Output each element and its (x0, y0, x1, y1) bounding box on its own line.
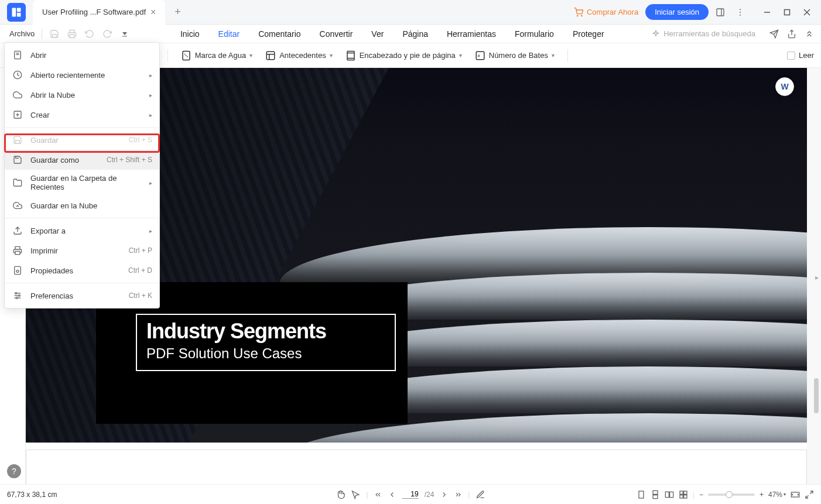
expand-icon[interactable] (805, 29, 814, 39)
menu-create[interactable]: Crear ▸ (5, 105, 159, 125)
header-footer-button[interactable]: Encabezado y pie de página▾ (345, 50, 462, 61)
view-two-icon[interactable] (665, 490, 674, 499)
fit-width-icon[interactable] (791, 490, 800, 499)
svg-rect-49 (665, 492, 669, 497)
tab-comentario[interactable]: Comentario (257, 27, 302, 41)
page-number-input[interactable] (402, 490, 419, 499)
svg-point-7 (740, 9, 741, 10)
svg-rect-23 (266, 52, 275, 60)
panel-icon[interactable] (712, 4, 728, 20)
quick-dropdown-icon[interactable] (117, 26, 132, 42)
page-total: /24 (425, 491, 435, 499)
minimize-button[interactable] (758, 4, 776, 20)
scroll-thumb[interactable] (814, 378, 819, 413)
share-icon[interactable] (787, 29, 796, 39)
document-tab[interactable]: User Profiling ...F Software.pdf × (33, 0, 165, 25)
tab-herramientas[interactable]: Herramientas (446, 27, 497, 41)
menu-open-cloud[interactable]: Abrir la Nube ▸ (5, 85, 159, 105)
background-button[interactable]: Antecedentes▾ (265, 50, 333, 61)
help-button[interactable]: ? (7, 464, 21, 478)
svg-line-22 (184, 54, 188, 57)
zoom-slider-thumb[interactable] (726, 491, 733, 498)
buy-now-link[interactable]: Comprar Ahora (570, 5, 642, 19)
save-icon (12, 134, 23, 146)
close-tab-icon[interactable]: × (150, 7, 156, 18)
tab-formulario[interactable]: Formulario (514, 27, 555, 41)
annotate-icon[interactable] (476, 490, 485, 499)
send-icon[interactable] (769, 29, 779, 39)
arrow-right-icon: ▸ (149, 92, 152, 98)
view-continuous-icon[interactable] (651, 490, 660, 499)
next-page-icon[interactable] (440, 491, 448, 499)
menu-save-recent-folder[interactable]: Guardar en la Carpeta de Recientes ▸ (5, 170, 159, 196)
file-menu[interactable]: Archivo (7, 28, 37, 39)
new-tab-button[interactable]: + (170, 4, 186, 20)
tab-ver[interactable]: Ver (370, 27, 385, 41)
zoom-out-icon[interactable]: − (699, 491, 703, 499)
tab-convertir[interactable]: Convertir (319, 27, 354, 41)
separator (567, 49, 568, 62)
right-nav-chevron[interactable]: ▸ (815, 273, 819, 282)
login-button[interactable]: Iniciar sesión (645, 4, 709, 20)
tab-pagina[interactable]: Página (401, 27, 429, 41)
export-word-button[interactable]: W (775, 77, 794, 96)
vertical-scrollbar[interactable] (807, 68, 821, 484)
menu-separator (5, 127, 159, 128)
svg-rect-47 (653, 491, 658, 494)
print-icon[interactable] (64, 26, 80, 42)
menu-preferences[interactable]: Preferencias Ctrl + K (5, 286, 159, 306)
first-page-icon[interactable] (374, 491, 382, 499)
folder-icon (12, 177, 23, 188)
create-icon (12, 109, 23, 121)
arrow-right-icon: ▸ (149, 72, 152, 78)
menu-properties[interactable]: Propiedades Ctrl + D (5, 260, 159, 280)
zoom-slider[interactable] (708, 493, 755, 496)
read-mode-toggle[interactable]: Leer (787, 51, 814, 60)
zoom-percentage[interactable]: 47% ▾ (768, 491, 786, 499)
word-icon: W (781, 82, 788, 91)
close-window-button[interactable] (798, 4, 816, 20)
menu-print[interactable]: Imprimir Ctrl + P (5, 241, 159, 260)
prev-page-icon[interactable] (388, 491, 396, 499)
svg-rect-51 (680, 491, 683, 494)
svg-line-57 (806, 495, 809, 498)
undo-icon[interactable] (82, 26, 97, 42)
watermark-icon (181, 50, 191, 61)
export-icon (12, 225, 23, 236)
app-logo (7, 3, 26, 22)
hand-tool-icon[interactable] (336, 490, 345, 499)
menu-export[interactable]: Exportar a ▸ (5, 221, 159, 241)
bates-button[interactable]: # Número de Bates▾ (475, 50, 555, 61)
select-tool-icon[interactable] (351, 490, 361, 499)
recent-icon (12, 69, 23, 81)
last-page-icon[interactable] (454, 491, 462, 499)
view-grid-icon[interactable] (679, 490, 688, 499)
redo-icon[interactable] (100, 26, 115, 42)
svg-rect-14 (70, 35, 74, 37)
chevron-down-icon: ▾ (552, 52, 555, 59)
zoom-in-icon[interactable]: + (760, 491, 764, 499)
save-icon[interactable] (47, 26, 62, 42)
tab-proteger[interactable]: Proteger (572, 27, 606, 41)
search-tools[interactable]: Herramientas de búsqueda (652, 29, 755, 38)
sparkle-icon (652, 30, 660, 38)
slide-title: Industry Segments (146, 320, 385, 343)
page-dimensions: 67,73 x 38,1 cm (7, 491, 57, 499)
fullscreen-icon[interactable] (805, 490, 814, 499)
svg-rect-48 (653, 495, 658, 498)
tab-inicio[interactable]: Inicio (179, 27, 201, 41)
svg-rect-46 (639, 491, 644, 498)
svg-rect-52 (683, 491, 686, 494)
watermark-button[interactable]: Marca de Agua▾ (181, 50, 252, 61)
menu-separator (5, 283, 159, 283)
menu-save-as[interactable]: Guardar como Ctrl + Shift + S (5, 150, 159, 170)
menu-save-cloud[interactable]: Guardar en la Nube (5, 196, 159, 215)
tab-editar[interactable]: Editar (217, 27, 241, 41)
chevron-down-icon: ▾ (459, 52, 462, 59)
svg-point-39 (16, 270, 19, 272)
more-icon[interactable] (732, 4, 748, 20)
maximize-button[interactable] (778, 4, 796, 20)
menu-open[interactable]: Abrir (5, 45, 159, 65)
view-single-icon[interactable] (637, 490, 646, 499)
menu-open-recent[interactable]: Abierto recientemente ▸ (5, 65, 159, 85)
